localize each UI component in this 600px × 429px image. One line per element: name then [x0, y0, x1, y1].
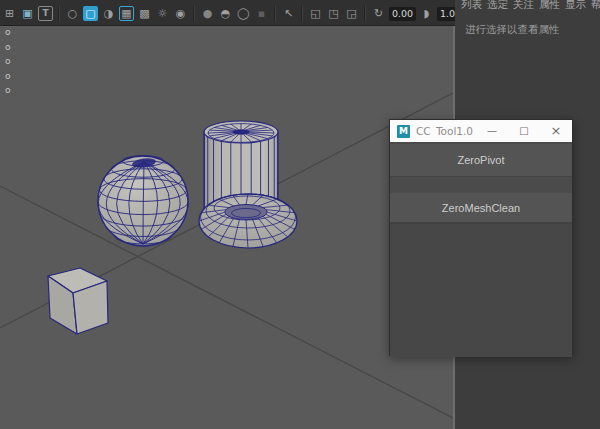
- screen-capture-icon[interactable]: ◲: [344, 6, 359, 21]
- toolbar-separator: [58, 6, 60, 22]
- image-plane-icon[interactable]: ▣: [20, 6, 35, 21]
- viewport-marker: o: [5, 57, 11, 66]
- exposure-field[interactable]: 0.00: [389, 7, 416, 21]
- viewport-marker: o: [5, 86, 11, 95]
- zeropivot-button[interactable]: ZeroPivot: [390, 144, 572, 177]
- wireframe-sphere-icon[interactable]: ○: [65, 6, 80, 21]
- 3d-viewport[interactable]: ooooo: [0, 26, 455, 429]
- cc-tool-titlebar[interactable]: M CC_Tool1.0 — □ ×: [390, 120, 572, 142]
- attr-menu-帮助[interactable]: 帮助: [591, 0, 600, 11]
- ao-sphere-icon[interactable]: ●: [200, 6, 215, 21]
- maya-app-icon: M: [397, 125, 410, 138]
- attribute-editor-menubar: 列表选定关注属性显示帮助: [461, 0, 600, 11]
- attr-menu-列表[interactable]: 列表: [461, 0, 482, 11]
- close-button[interactable]: ×: [540, 120, 572, 142]
- attr-menu-属性[interactable]: 属性: [539, 0, 560, 11]
- shaded-mode-icon[interactable]: ▢: [83, 6, 98, 21]
- texture-tool-icon[interactable]: T: [38, 6, 53, 21]
- minimize-button[interactable]: —: [476, 120, 508, 142]
- layout-grid-icon[interactable]: ⊞: [2, 6, 17, 21]
- use-lights-icon[interactable]: ☼: [155, 6, 170, 21]
- attr-menu-显示[interactable]: 显示: [565, 0, 586, 11]
- shadows-sphere-icon[interactable]: ◉: [173, 6, 188, 21]
- selection-hint-text: 进行选择以查看属性: [465, 23, 560, 37]
- viewport-marker: o: [5, 72, 11, 81]
- scene-sphere[interactable]: [98, 156, 188, 246]
- viewport-toolbar: ⊞▣T○▢◑▦▩☼◉●◓◯▪↖◱◳◲↻ 0.00 ◗ 1.00 ▣ sRGB g…: [0, 0, 455, 26]
- motionblur-sphere-icon[interactable]: ◓: [218, 6, 233, 21]
- attr-menu-关注[interactable]: 关注: [513, 0, 534, 11]
- textured-mode-icon[interactable]: ▦: [119, 6, 134, 21]
- viewport-marker: o: [5, 43, 11, 52]
- toolbar-separator: [274, 6, 276, 22]
- scene-torus[interactable]: [199, 194, 297, 248]
- checker-sphere-icon[interactable]: ▩: [137, 6, 152, 21]
- viewport-scene: [0, 26, 453, 429]
- attr-menu-选定[interactable]: 选定: [487, 0, 508, 11]
- refresh-icon[interactable]: ↻: [371, 6, 386, 21]
- toolbar-separator: [193, 6, 195, 22]
- copy-frame-icon[interactable]: ◱: [308, 6, 323, 21]
- gamma-icon: ◗: [419, 6, 434, 21]
- shaded-textured-icon[interactable]: ◑: [101, 6, 116, 21]
- viewport-marker: o: [5, 28, 11, 37]
- cc-tool-window: M CC_Tool1.0 — □ × ZeroPivot ZeroMeshCle…: [389, 119, 573, 356]
- cc-tool-body: [390, 223, 572, 357]
- maximize-button[interactable]: □: [508, 120, 540, 142]
- paste-frame-icon[interactable]: ◳: [326, 6, 341, 21]
- ring-icon[interactable]: ◯: [236, 6, 251, 21]
- toolbar-separator: [301, 6, 303, 22]
- zeromeshclean-button[interactable]: ZeroMeshClean: [390, 193, 572, 223]
- maya-application: ⊞▣T○▢◑▦▩☼◉●◓◯▪↖◱◳◲↻ 0.00 ◗ 1.00 ▣ sRGB g…: [0, 0, 600, 429]
- cc-tool-window-title: CC_Tool1.0: [416, 125, 476, 137]
- dim-box-icon[interactable]: ▪: [254, 6, 269, 21]
- select-cursor-icon[interactable]: ↖: [281, 6, 296, 21]
- scene-cube[interactable]: [48, 268, 108, 334]
- toolbar-separator: [364, 6, 366, 22]
